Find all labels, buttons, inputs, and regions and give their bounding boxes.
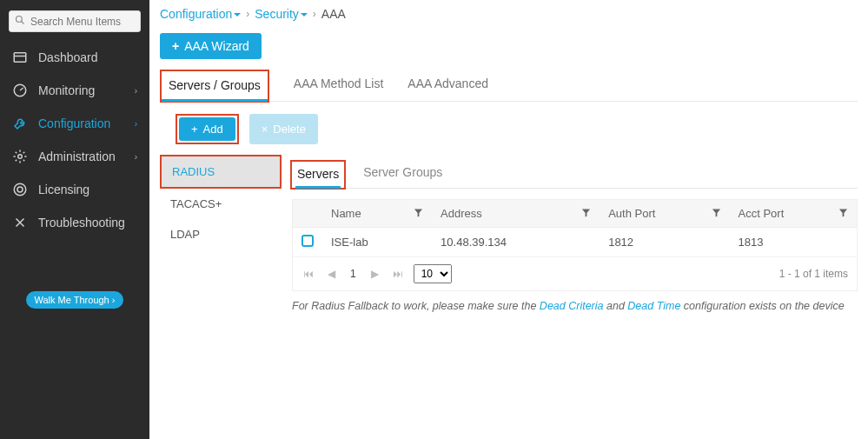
notice-text: For Radius Fallback to work, please make…	[292, 300, 540, 312]
filter-icon[interactable]	[838, 207, 848, 220]
plus-icon: +	[191, 123, 198, 136]
highlight-box: RADIUS	[160, 155, 282, 189]
pager-prev-icon[interactable]: ◀	[324, 268, 338, 280]
nav-troubleshooting[interactable]: Troubleshooting	[0, 206, 149, 239]
nav-label: Licensing	[38, 183, 89, 196]
filter-icon[interactable]	[414, 207, 423, 220]
pager-next-icon[interactable]: ▶	[368, 268, 382, 280]
tab-aaa-method-list[interactable]: AAA Method List	[294, 70, 384, 101]
servers-table: Name Address Auth Port	[292, 199, 858, 291]
table-header-row: Name Address Auth Port	[293, 200, 857, 228]
add-button[interactable]: + Add	[179, 117, 235, 141]
pager-page: 1	[347, 268, 360, 280]
chevron-right-icon: ›	[246, 8, 249, 20]
search-container	[0, 7, 149, 41]
chevron-right-icon: ›	[135, 152, 137, 162]
nav-label: Configuration	[38, 116, 110, 130]
search-input[interactable]	[30, 16, 161, 28]
sub-tabs: Servers Server Groups	[290, 155, 858, 189]
notice-text: and	[606, 300, 627, 312]
svg-point-8	[17, 187, 23, 192]
fallback-notice: For Radius Fallback to work, please make…	[292, 300, 858, 312]
close-icon: ×	[262, 123, 268, 136]
primary-tabs: Servers / Groups AAA Method List AAA Adv…	[160, 70, 858, 102]
search-icon	[15, 15, 25, 28]
license-icon	[12, 182, 28, 197]
chevron-right-icon: ›	[135, 119, 137, 129]
cell-auth: 1812	[600, 228, 729, 257]
nav-label: Troubleshooting	[38, 216, 125, 229]
svg-point-7	[14, 183, 26, 196]
highlight-box: Servers / Groups	[160, 70, 269, 103]
col-label: Acct Port	[739, 207, 785, 220]
protocol-ldap[interactable]: LDAP	[160, 219, 282, 249]
link-dead-time[interactable]: Dead Time	[627, 300, 680, 312]
row-checkbox[interactable]	[301, 235, 314, 247]
search-box[interactable]	[9, 10, 141, 32]
svg-line-1	[22, 22, 24, 24]
nav-licensing[interactable]: Licensing	[0, 173, 149, 206]
nav-list: Dashboard Monitoring › Configuration › A…	[0, 41, 149, 239]
crumb-configuration[interactable]: Configuration	[160, 7, 241, 21]
col-select	[293, 200, 322, 228]
table-row[interactable]: ISE-lab 10.48.39.134 1812 1813	[293, 228, 857, 257]
nav-label: Administration	[38, 150, 116, 163]
pager: ⏮ ◀ 1 ▶ ⏭ 10 1 - 1 of 1 items	[293, 257, 857, 290]
nav-configuration[interactable]: Configuration ›	[0, 107, 149, 140]
col-acct-port[interactable]: Acct Port	[730, 200, 857, 228]
crumb-security[interactable]: Security	[255, 7, 308, 21]
delete-button[interactable]: × Delete	[249, 114, 318, 144]
cell-name: ISE-lab	[322, 228, 432, 257]
chevron-right-icon: ›	[135, 86, 137, 96]
sidebar-footer: Walk Me Through ›	[0, 291, 149, 439]
nav-label: Monitoring	[38, 83, 95, 97]
tab-aaa-advanced[interactable]: AAA Advanced	[407, 70, 488, 101]
sidebar: Dashboard Monitoring › Configuration › A…	[0, 0, 149, 439]
col-address[interactable]: Address	[432, 200, 600, 228]
col-label: Address	[441, 207, 482, 220]
col-label: Auth Port	[608, 207, 655, 220]
cell-acct: 1813	[730, 228, 857, 257]
delete-label: Delete	[273, 123, 306, 136]
col-label: Name	[331, 207, 361, 220]
col-name[interactable]: Name	[322, 200, 432, 228]
tab-servers-groups[interactable]: Servers / Groups	[162, 71, 268, 101]
main-content: Configuration › Security › AAA + AAA Wiz…	[149, 0, 868, 439]
protocol-list: RADIUS	[162, 156, 280, 187]
add-label: Add	[203, 123, 223, 136]
link-dead-criteria[interactable]: Dead Criteria	[540, 300, 604, 312]
svg-rect-2	[14, 53, 26, 63]
protocol-radius[interactable]: RADIUS	[162, 156, 280, 187]
protocol-column: RADIUS TACACS+ LDAP	[160, 155, 282, 312]
subtab-server-groups[interactable]: Server Groups	[361, 160, 444, 188]
cell-address: 10.48.39.134	[432, 228, 600, 257]
detail-column: Servers Server Groups Name	[282, 155, 858, 312]
aaa-wizard-button[interactable]: + AAA Wizard	[160, 33, 262, 59]
pager-last-icon[interactable]: ⏭	[391, 268, 405, 280]
nav-administration[interactable]: Administration ›	[0, 140, 149, 173]
tools-icon	[12, 215, 28, 230]
filter-icon[interactable]	[581, 207, 591, 220]
subtab-servers[interactable]: Servers	[295, 162, 341, 188]
walk-me-through-button[interactable]: Walk Me Through ›	[26, 291, 124, 309]
pager-first-icon[interactable]: ⏮	[301, 268, 315, 280]
crumb-current: AAA	[321, 7, 346, 21]
filter-icon[interactable]	[712, 207, 721, 220]
notice-text: configuration exists on the device	[684, 300, 845, 312]
nav-dashboard[interactable]: Dashboard	[0, 41, 149, 74]
pager-summary: 1 - 1 of 1 items	[779, 268, 848, 280]
gear-icon	[12, 149, 28, 164]
nav-label: Dashboard	[38, 50, 98, 64]
nav-monitoring[interactable]: Monitoring ›	[0, 74, 149, 107]
chevron-right-icon: ›	[313, 8, 316, 20]
col-auth-port[interactable]: Auth Port	[600, 200, 729, 228]
protocol-tacacs[interactable]: TACACS+	[160, 189, 282, 219]
pager-size-select[interactable]: 10	[414, 264, 452, 283]
highlight-box: + Add	[176, 114, 239, 144]
wizard-label: AAA Wizard	[184, 39, 249, 53]
breadcrumb: Configuration › Security › AAA	[160, 7, 858, 21]
plus-icon: +	[172, 39, 179, 53]
gauge-icon	[12, 83, 28, 98]
protocol-list-rest: TACACS+ LDAP	[160, 189, 282, 249]
action-buttons: + Add × Delete	[176, 114, 858, 144]
